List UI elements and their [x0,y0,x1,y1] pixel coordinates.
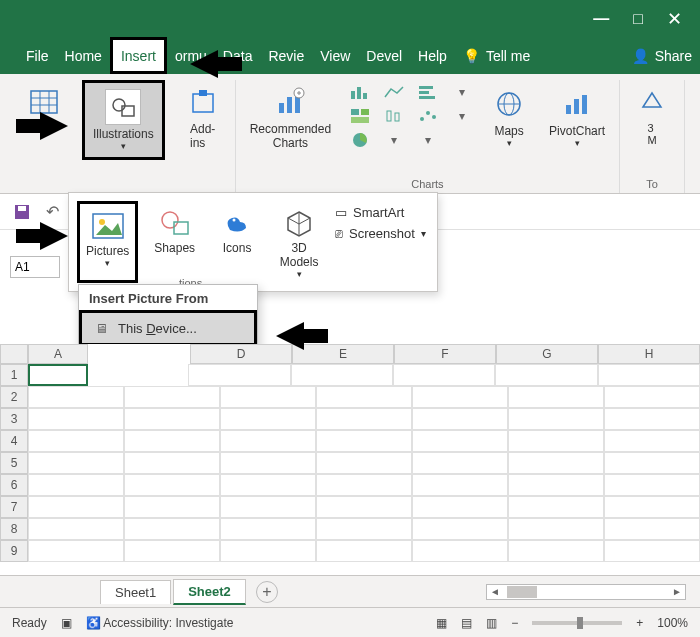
cell[interactable] [220,518,316,540]
maximize-button[interactable]: □ [633,10,643,28]
cell[interactable] [316,496,412,518]
cell[interactable] [220,430,316,452]
smartart-button[interactable]: ▭SmartArt [335,205,426,220]
col-header[interactable]: G [496,344,598,364]
cell[interactable] [604,518,700,540]
zoom-in-button[interactable]: + [636,616,643,630]
cell[interactable] [28,518,124,540]
tab-view[interactable]: View [312,37,358,74]
cell[interactable] [598,364,700,386]
share-button[interactable]: 👤Share [624,37,700,74]
cell[interactable] [188,364,290,386]
cell[interactable] [412,408,508,430]
3d-models-button[interactable]: 3D Models ▾ [273,201,325,283]
this-device-menuitem[interactable]: 🖥 This Device... [79,310,257,346]
cell[interactable] [124,430,220,452]
cell[interactable] [316,518,412,540]
cell[interactable] [28,408,124,430]
cell[interactable] [28,452,124,474]
row-header[interactable]: 4 [0,430,28,452]
cell[interactable] [508,386,604,408]
chart-column-button[interactable] [345,80,375,104]
cell[interactable] [412,518,508,540]
cell[interactable] [604,408,700,430]
macro-record-icon[interactable]: ▣ [61,616,72,630]
tab-review[interactable]: Revie [260,37,312,74]
name-box[interactable]: A1 [10,256,60,278]
chart-more-button[interactable]: ▾ [413,128,443,152]
cell[interactable] [508,408,604,430]
col-header[interactable]: H [598,344,700,364]
cell[interactable] [28,430,124,452]
select-all-corner[interactable] [0,344,28,364]
icons-button[interactable]: Icons [211,201,263,283]
col-header[interactable]: E [292,344,394,364]
recommended-charts-button[interactable]: Recommended Charts [242,80,339,154]
pivotchart-button[interactable]: PivotChart ▾ [541,80,613,154]
chart-combo-button[interactable]: ▾ [447,104,477,128]
tell-me[interactable]: 💡Tell me [455,37,538,74]
cell[interactable] [412,430,508,452]
tab-help[interactable]: Help [410,37,455,74]
chart-map-button[interactable]: ▾ [447,80,477,104]
addins-button[interactable]: Add- ins [177,80,229,154]
cell[interactable] [604,540,700,562]
row-header[interactable]: 7 [0,496,28,518]
row-header[interactable]: 5 [0,452,28,474]
maps-button[interactable]: Maps ▾ [483,80,535,154]
shapes-button[interactable]: Shapes [148,201,201,283]
screenshot-button[interactable]: ⎚Screenshot ▾ [335,226,426,241]
scroll-left-icon[interactable]: ◄ [487,586,503,597]
zoom-out-button[interactable]: − [511,616,518,630]
undo-button[interactable]: ↶ [40,200,64,224]
cell[interactable] [220,474,316,496]
cell[interactable] [495,364,597,386]
cell[interactable] [604,474,700,496]
scroll-right-icon[interactable]: ► [669,586,685,597]
col-header-a[interactable]: A [28,344,88,364]
cell[interactable] [124,496,220,518]
cell[interactable] [28,496,124,518]
cell[interactable] [508,452,604,474]
col-header[interactable]: F [394,344,496,364]
cell[interactable] [124,540,220,562]
spreadsheet-grid[interactable]: A D E F G H 1 2 3 4 5 6 7 8 9 [0,344,700,575]
chart-pie-button[interactable] [345,128,375,152]
chart-hierarchy-button[interactable] [345,104,375,128]
cell[interactable] [28,386,124,408]
cell[interactable] [604,386,700,408]
cell[interactable] [412,540,508,562]
cell[interactable] [412,496,508,518]
zoom-level[interactable]: 100% [657,616,688,630]
cell[interactable] [124,452,220,474]
cell[interactable] [316,452,412,474]
illustrations-button[interactable]: Illustrations ▾ [82,80,165,160]
view-normal-icon[interactable]: ▦ [436,616,447,630]
cell[interactable] [28,474,124,496]
close-button[interactable]: ✕ [667,8,682,30]
chart-bar-button[interactable] [413,80,443,104]
cell[interactable] [316,386,412,408]
cell[interactable] [393,364,495,386]
tours-button[interactable]: 3 M [626,80,678,150]
pictures-button[interactable]: Pictures ▾ [77,201,138,283]
cell[interactable] [604,496,700,518]
view-break-icon[interactable]: ▥ [486,616,497,630]
cell[interactable] [412,386,508,408]
cell[interactable] [316,430,412,452]
tab-file[interactable]: File [18,37,57,74]
scroll-thumb[interactable] [507,586,537,598]
zoom-slider[interactable] [532,621,622,625]
accessibility-status[interactable]: ♿ Accessibility: Investigate [86,616,234,630]
chart-stat-button[interactable] [379,104,409,128]
row-header[interactable]: 2 [0,386,28,408]
cell[interactable] [412,474,508,496]
new-sheet-button[interactable]: + [256,581,278,603]
row-header[interactable]: 8 [0,518,28,540]
cell[interactable] [28,540,124,562]
cell[interactable] [124,408,220,430]
cell-a1[interactable] [28,364,88,386]
chart-line-button[interactable] [379,80,409,104]
cell[interactable] [604,430,700,452]
chart-scatter-button[interactable] [413,104,443,128]
